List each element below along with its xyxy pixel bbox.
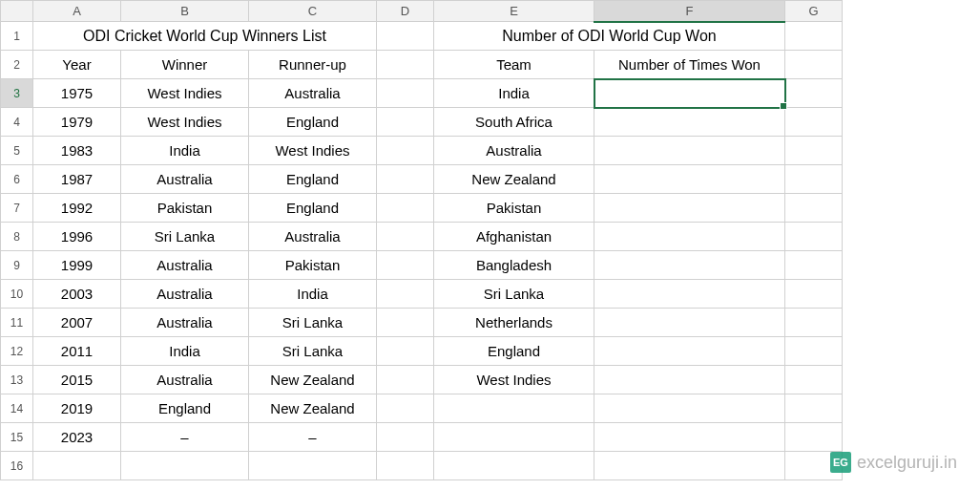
cell-B8[interactable]: Sri Lanka	[121, 223, 249, 251]
cell-D14[interactable]	[377, 394, 434, 423]
cell-D9[interactable]	[377, 251, 434, 280]
col-header-B[interactable]: B	[121, 1, 249, 22]
cell-E12[interactable]: England	[434, 337, 594, 366]
cell-D7[interactable]	[377, 194, 434, 223]
cell-F4[interactable]	[594, 108, 785, 137]
header-winner[interactable]: Winner	[121, 51, 249, 79]
cell-F16[interactable]	[594, 452, 785, 480]
cell-B14[interactable]: England	[121, 394, 249, 423]
cell-D4[interactable]	[377, 108, 434, 137]
row-header-16[interactable]: 16	[1, 452, 33, 480]
cell-A4[interactable]: 1979	[33, 108, 121, 137]
cell-D13[interactable]	[377, 366, 434, 394]
cell-B11[interactable]: Australia	[121, 309, 249, 337]
left-table-title[interactable]: ODI Cricket World Cup Winners List	[33, 22, 377, 51]
cell-E9[interactable]: Bangladesh	[434, 251, 594, 280]
cell-A9[interactable]: 1999	[33, 251, 121, 280]
cell-F6[interactable]	[594, 165, 785, 194]
cell-C3[interactable]: Australia	[249, 79, 377, 108]
cell-G3[interactable]	[785, 79, 843, 108]
cell-B12[interactable]: India	[121, 337, 249, 366]
cell-D3[interactable]	[377, 79, 434, 108]
row-header-8[interactable]: 8	[1, 223, 33, 251]
cell-E5[interactable]: Australia	[434, 137, 594, 165]
cell-B9[interactable]: Australia	[121, 251, 249, 280]
cell-D15[interactable]	[377, 423, 434, 452]
cell-C11[interactable]: Sri Lanka	[249, 309, 377, 337]
cell-C7[interactable]: England	[249, 194, 377, 223]
cell-D2[interactable]	[377, 51, 434, 79]
cell-G13[interactable]	[785, 366, 843, 394]
cell-B10[interactable]: Australia	[121, 280, 249, 309]
col-header-E[interactable]: E	[434, 1, 594, 22]
right-table-title[interactable]: Number of ODI World Cup Won	[434, 22, 785, 51]
cell-C6[interactable]: England	[249, 165, 377, 194]
cell-F11[interactable]	[594, 309, 785, 337]
cell-D1[interactable]	[377, 22, 434, 51]
cell-G9[interactable]	[785, 251, 843, 280]
cell-C15[interactable]: –	[249, 423, 377, 452]
cell-E14[interactable]	[434, 394, 594, 423]
cell-D11[interactable]	[377, 309, 434, 337]
cell-B7[interactable]: Pakistan	[121, 194, 249, 223]
cell-A13[interactable]: 2015	[33, 366, 121, 394]
cell-G4[interactable]	[785, 108, 843, 137]
cell-A12[interactable]: 2011	[33, 337, 121, 366]
col-header-A[interactable]: A	[33, 1, 121, 22]
cell-C14[interactable]: New Zealand	[249, 394, 377, 423]
cell-A8[interactable]: 1996	[33, 223, 121, 251]
cell-F14[interactable]	[594, 394, 785, 423]
cell-C5[interactable]: West Indies	[249, 137, 377, 165]
cell-A3[interactable]: 1975	[33, 79, 121, 108]
cell-A5[interactable]: 1983	[33, 137, 121, 165]
col-header-C[interactable]: C	[249, 1, 377, 22]
row-header-11[interactable]: 11	[1, 309, 33, 337]
cell-G10[interactable]	[785, 280, 843, 309]
cell-E3[interactable]: India	[434, 79, 594, 108]
row-header-7[interactable]: 7	[1, 194, 33, 223]
cell-A6[interactable]: 1987	[33, 165, 121, 194]
cell-B16[interactable]	[121, 452, 249, 480]
cell-B6[interactable]: Australia	[121, 165, 249, 194]
cell-D6[interactable]	[377, 165, 434, 194]
cell-D8[interactable]	[377, 223, 434, 251]
row-header-9[interactable]: 9	[1, 251, 33, 280]
cell-G8[interactable]	[785, 223, 843, 251]
row-header-10[interactable]: 10	[1, 280, 33, 309]
row-header-12[interactable]: 12	[1, 337, 33, 366]
cell-C9[interactable]: Pakistan	[249, 251, 377, 280]
cell-E16[interactable]	[434, 452, 594, 480]
cell-F15[interactable]	[594, 423, 785, 452]
cell-A10[interactable]: 2003	[33, 280, 121, 309]
cell-E4[interactable]: South Africa	[434, 108, 594, 137]
cell-A16[interactable]	[33, 452, 121, 480]
cell-G15[interactable]	[785, 423, 843, 452]
cell-A14[interactable]: 2019	[33, 394, 121, 423]
cell-E11[interactable]: Netherlands	[434, 309, 594, 337]
cell-F3-active[interactable]	[594, 79, 785, 108]
cell-F13[interactable]	[594, 366, 785, 394]
header-runnerup[interactable]: Runner-up	[249, 51, 377, 79]
cell-F10[interactable]	[594, 280, 785, 309]
cell-B4[interactable]: West Indies	[121, 108, 249, 137]
cell-A7[interactable]: 1992	[33, 194, 121, 223]
col-header-G[interactable]: G	[785, 1, 843, 22]
header-times[interactable]: Number of Times Won	[594, 51, 785, 79]
cell-G5[interactable]	[785, 137, 843, 165]
row-header-14[interactable]: 14	[1, 394, 33, 423]
cell-B5[interactable]: India	[121, 137, 249, 165]
cell-B3[interactable]: West Indies	[121, 79, 249, 108]
cell-F7[interactable]	[594, 194, 785, 223]
header-team[interactable]: Team	[434, 51, 594, 79]
col-header-F[interactable]: F	[594, 1, 785, 22]
cell-F12[interactable]	[594, 337, 785, 366]
row-header-2[interactable]: 2	[1, 51, 33, 79]
cell-G6[interactable]	[785, 165, 843, 194]
row-header-6[interactable]: 6	[1, 165, 33, 194]
cell-G11[interactable]	[785, 309, 843, 337]
header-year[interactable]: Year	[33, 51, 121, 79]
row-header-1[interactable]: 1	[1, 22, 33, 51]
cell-E7[interactable]: Pakistan	[434, 194, 594, 223]
row-header-3[interactable]: 3	[1, 79, 33, 108]
row-header-5[interactable]: 5	[1, 137, 33, 165]
